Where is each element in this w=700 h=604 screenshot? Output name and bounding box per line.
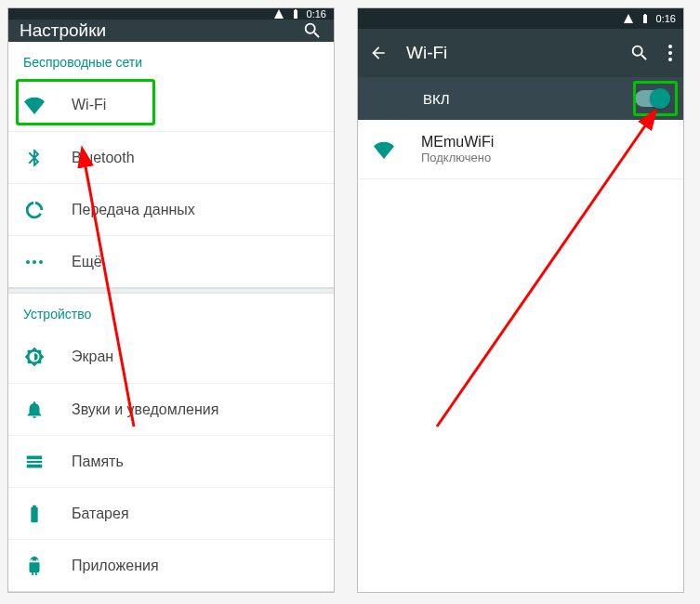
bluetooth-icon <box>23 147 46 169</box>
search-icon[interactable] <box>629 43 650 63</box>
wifi-network-row[interactable]: MEmuWiFi Подключено <box>358 120 683 179</box>
toolbar-wifi: Wi-Fi <box>358 29 683 77</box>
section-header-device: Устройство <box>8 294 334 331</box>
battery-full-icon <box>23 503 46 525</box>
memory-icon <box>23 451 46 473</box>
row-wifi[interactable]: Wi-Fi <box>8 79 334 131</box>
row-label: Передача данных <box>72 202 195 218</box>
wifi-toggle[interactable] <box>635 90 668 107</box>
wifi-info: MEmuWiFi Подключено <box>421 134 494 164</box>
battery-icon <box>640 13 651 24</box>
bell-icon <box>23 399 46 421</box>
wifi-status: Подключено <box>421 151 494 164</box>
wifi-icon <box>373 138 395 161</box>
row-sound[interactable]: Звуки и уведомления <box>8 383 334 435</box>
row-apps[interactable]: Приложения <box>8 539 334 591</box>
wifi-icon <box>23 94 46 116</box>
section-wireless: Беспроводные сети Wi-Fi Bluetooth Переда… <box>8 42 334 288</box>
row-label: Приложения <box>72 558 159 574</box>
more-icon <box>23 251 46 273</box>
section-device: Устройство Экран Звуки и уведомления Пам… <box>8 294 334 592</box>
row-more[interactable]: Ещё <box>8 235 334 287</box>
row-label: Батарея <box>72 506 129 522</box>
back-icon[interactable] <box>369 44 388 62</box>
statusbar: 0:16 <box>358 8 683 29</box>
page-title: Wi-Fi <box>406 43 611 63</box>
battery-icon <box>290 8 301 20</box>
section-header-wireless: Беспроводные сети <box>8 42 334 79</box>
wifi-name: MEmuWiFi <box>421 134 494 151</box>
row-label: Wi-Fi <box>72 97 106 113</box>
search-icon[interactable] <box>302 20 323 41</box>
row-label: Ещё <box>72 254 102 270</box>
row-memory[interactable]: Память <box>8 435 334 487</box>
row-label: Экран <box>72 348 113 365</box>
android-icon <box>23 555 46 577</box>
page-title: Настройки <box>20 20 284 41</box>
row-battery[interactable]: Батарея <box>8 487 334 539</box>
row-data-usage[interactable]: Передача данных <box>8 183 334 235</box>
phone-settings: 0:16 Настройки Беспроводные сети Wi-Fi B… <box>7 7 335 593</box>
data-usage-icon <box>23 199 46 221</box>
toolbar: Настройки <box>8 20 334 42</box>
row-label: Память <box>72 453 124 470</box>
signal-icon <box>623 13 634 24</box>
overflow-icon[interactable] <box>668 45 672 61</box>
row-bluetooth[interactable]: Bluetooth <box>8 131 334 183</box>
signal-icon <box>273 8 284 20</box>
brightness-icon <box>23 346 46 368</box>
row-label: Bluetooth <box>72 150 135 166</box>
wifi-switch-bar: ВКЛ <box>358 77 683 120</box>
row-display[interactable]: Экран <box>8 331 334 383</box>
row-label: Звуки и уведомления <box>72 401 218 418</box>
phone-wifi: 0:16 Wi-Fi ВКЛ MEmuWiFi Подключено <box>357 7 684 593</box>
statusbar-time: 0:16 <box>656 13 676 24</box>
switch-label: ВКЛ <box>423 91 635 107</box>
statusbar: 0:16 <box>8 8 334 20</box>
statusbar-time: 0:16 <box>307 8 326 20</box>
